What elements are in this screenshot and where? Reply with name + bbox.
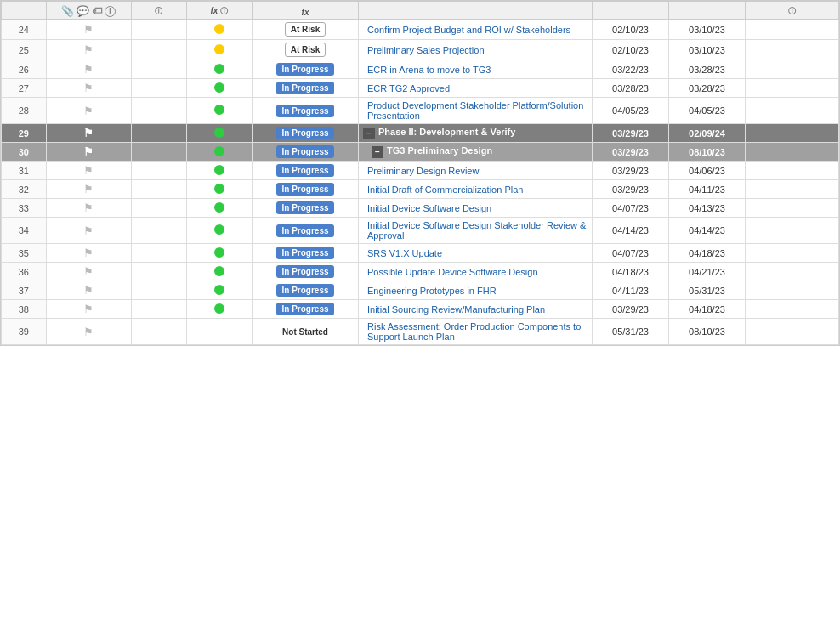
end-date-cell: 02/09/24 bbox=[669, 124, 746, 143]
task-name-cell[interactable]: Engineering Prototypes in FHR bbox=[359, 281, 593, 300]
task-name-cell[interactable]: Preliminary Sales Projection bbox=[359, 40, 593, 60]
status-badge: In Progress bbox=[276, 105, 333, 117]
complete-cell bbox=[746, 40, 839, 60]
status-badge: In Progress bbox=[276, 247, 333, 259]
task-name-text[interactable]: Preliminary Design Review bbox=[367, 166, 479, 176]
flag-icon[interactable]: ⚑ bbox=[83, 247, 94, 259]
row-icons: ⚑ bbox=[46, 199, 131, 218]
table-row: 29⚑In Progress−Phase II: Development & V… bbox=[2, 124, 839, 143]
status-cell: At Risk bbox=[253, 40, 359, 60]
task-name-text[interactable]: Confirm Project Budget and ROI w/ Stakeh… bbox=[367, 25, 570, 35]
table-row: 27⚑In ProgressECR TG2 Approved03/28/2303… bbox=[2, 79, 839, 98]
health-dot bbox=[214, 247, 224, 258]
schedule-health-cell bbox=[186, 300, 253, 319]
schedule-health-cell bbox=[186, 180, 253, 199]
task-name-text[interactable]: SRS V1.X Update bbox=[367, 248, 442, 258]
complete-cell bbox=[746, 60, 839, 79]
task-name-text[interactable]: Product Development Stakeholder Platform… bbox=[367, 100, 583, 121]
task-name-text[interactable]: Engineering Prototypes in FHR bbox=[367, 286, 497, 296]
flag-icon[interactable]: ⚑ bbox=[83, 201, 94, 214]
row-icons: ⚑ bbox=[46, 98, 131, 124]
flag-icon[interactable]: ⚑ bbox=[83, 63, 94, 76]
at-risk-cell bbox=[131, 98, 186, 124]
row-icons: ⚑ bbox=[46, 281, 131, 300]
flag-icon[interactable]: ⚑ bbox=[83, 284, 94, 297]
row-icons: ⚑ bbox=[46, 60, 131, 79]
at-risk-cell bbox=[131, 60, 186, 79]
table-row: 37⚑In ProgressEngineering Prototypes in … bbox=[2, 281, 839, 300]
row-icons: ⚑ bbox=[46, 244, 131, 263]
status-cell: In Progress bbox=[253, 79, 359, 98]
at-risk-cell bbox=[131, 162, 186, 180]
task-name-cell[interactable]: ECR in Arena to move to TG3 bbox=[359, 60, 593, 79]
status-cell: In Progress bbox=[253, 199, 359, 218]
at-risk-cell bbox=[131, 199, 186, 218]
task-name-cell[interactable]: Possible Update Device Software Design bbox=[359, 263, 593, 281]
task-name-cell[interactable]: SRS V1.X Update bbox=[359, 244, 593, 263]
end-date-cell: 05/31/23 bbox=[669, 281, 746, 300]
row-icons: ⚑ bbox=[46, 300, 131, 319]
flag-icon[interactable]: ⚑ bbox=[83, 164, 94, 177]
task-name-text[interactable]: Initial Device Software Design bbox=[367, 203, 491, 213]
end-date-cell: 03/28/23 bbox=[669, 79, 746, 98]
flag-icon[interactable]: ⚑ bbox=[83, 105, 94, 117]
flag-icon[interactable]: ⚑ bbox=[83, 82, 94, 94]
row-icons: ⚑ bbox=[46, 143, 131, 162]
col-complete-header: ⓘ bbox=[746, 2, 839, 20]
start-date-cell: 03/28/23 bbox=[593, 79, 669, 98]
status-cell: In Progress bbox=[253, 124, 359, 143]
flag-icon[interactable]: ⚑ bbox=[83, 265, 94, 278]
health-dot bbox=[214, 146, 224, 156]
task-name-cell[interactable]: Initial Sourcing Review/Manufacturing Pl… bbox=[359, 300, 593, 319]
task-name-cell[interactable]: Initial Device Software Design Stakehold… bbox=[359, 218, 593, 244]
task-name-cell[interactable]: Product Development Stakeholder Platform… bbox=[359, 98, 593, 124]
flag-icon[interactable]: ⚑ bbox=[83, 23, 94, 36]
health-dot bbox=[214, 224, 224, 235]
collapse-icon[interactable]: − bbox=[372, 146, 383, 158]
row-icons: ⚑ bbox=[46, 180, 131, 199]
at-risk-cell bbox=[131, 79, 186, 98]
flag-icon[interactable]: ⚑ bbox=[83, 145, 94, 158]
task-name-text: Phase II: Development & Verify bbox=[378, 127, 515, 137]
end-date-cell: 04/14/23 bbox=[669, 218, 746, 244]
start-date-cell: 03/29/23 bbox=[593, 143, 669, 162]
task-name-cell[interactable]: Confirm Project Budget and ROI w/ Stakeh… bbox=[359, 20, 593, 40]
task-name-text[interactable]: Initial Device Software Design Stakehold… bbox=[367, 220, 586, 241]
task-name-text[interactable]: Possible Update Device Software Design bbox=[367, 267, 538, 277]
row-icons: ⚑ bbox=[46, 319, 131, 345]
status-cell: In Progress bbox=[253, 263, 359, 281]
flag-icon[interactable]: ⚑ bbox=[83, 43, 94, 56]
table-body: 24⚑At RiskConfirm Project Budget and ROI… bbox=[2, 20, 839, 345]
at-risk-cell bbox=[131, 20, 186, 40]
end-date-cell: 04/06/23 bbox=[669, 162, 746, 180]
flag-icon[interactable]: ⚑ bbox=[83, 127, 94, 139]
schedule-health-cell bbox=[186, 263, 253, 281]
task-name-cell[interactable]: ECR TG2 Approved bbox=[359, 79, 593, 98]
complete-cell bbox=[746, 124, 839, 143]
flag-icon[interactable]: ⚑ bbox=[83, 183, 94, 196]
task-name-text[interactable]: Initial Sourcing Review/Manufacturing Pl… bbox=[367, 304, 545, 315]
at-risk-cell bbox=[131, 143, 186, 162]
health-dot bbox=[214, 82, 224, 93]
flag-icon[interactable]: ⚑ bbox=[83, 303, 94, 315]
task-name-text[interactable]: ECR in Arena to move to TG3 bbox=[367, 65, 491, 75]
row-number: 30 bbox=[2, 143, 47, 162]
task-name-text[interactable]: ECR TG2 Approved bbox=[367, 83, 450, 94]
task-name-cell[interactable]: Preliminary Design Review bbox=[359, 162, 593, 180]
flag-icon[interactable]: ⚑ bbox=[83, 224, 94, 237]
flag-icon[interactable]: ⚑ bbox=[83, 326, 94, 338]
task-name-cell[interactable]: Initial Draft of Commercialization Plan bbox=[359, 180, 593, 199]
task-name-text[interactable]: Preliminary Sales Projection bbox=[367, 45, 485, 55]
task-name-text[interactable]: Initial Draft of Commercialization Plan bbox=[367, 184, 523, 195]
task-name-cell[interactable]: Risk Assessment: Order Production Compon… bbox=[359, 319, 593, 345]
status-badge: In Progress bbox=[276, 145, 333, 158]
schedule-health-cell bbox=[186, 79, 253, 98]
task-name-cell[interactable]: Initial Device Software Design bbox=[359, 199, 593, 218]
health-dot bbox=[214, 285, 224, 295]
collapse-icon[interactable]: − bbox=[363, 128, 375, 139]
task-name-text[interactable]: Risk Assessment: Order Production Compon… bbox=[367, 321, 581, 342]
status-cell: At Risk bbox=[253, 20, 359, 40]
row-icons: ⚑ bbox=[46, 40, 131, 60]
complete-cell bbox=[746, 218, 839, 244]
table-row: 36⚑In ProgressPossible Update Device Sof… bbox=[2, 263, 839, 281]
